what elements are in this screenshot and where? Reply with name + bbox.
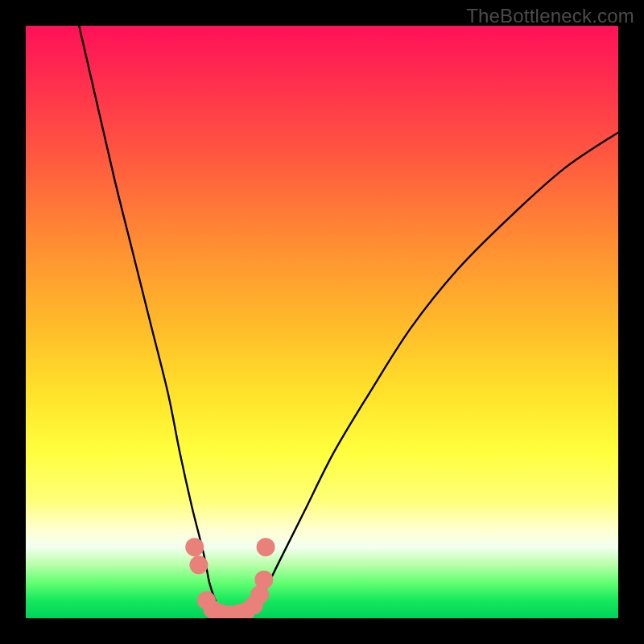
watermark-text: TheBottleneck.com [466, 5, 634, 27]
marker-dot [185, 538, 204, 556]
marker-dot [254, 571, 273, 589]
highlighted-points [185, 538, 275, 618]
plot-area [26, 26, 618, 618]
marker-dot [189, 555, 208, 574]
left-curve-path [79, 26, 221, 613]
chart-svg [26, 26, 618, 618]
right-curve [251, 132, 618, 612]
chart-frame: TheBottleneck.com [0, 0, 644, 644]
left-curve [79, 26, 221, 613]
marker-dot [257, 538, 275, 556]
right-curve-path [251, 132, 618, 612]
